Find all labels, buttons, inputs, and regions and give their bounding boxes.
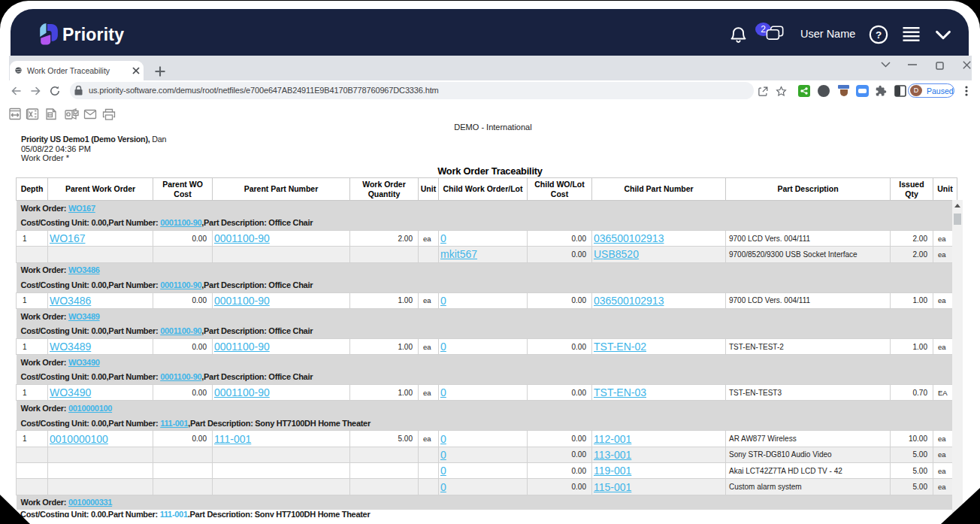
svg-text:?: ?: [876, 29, 882, 41]
